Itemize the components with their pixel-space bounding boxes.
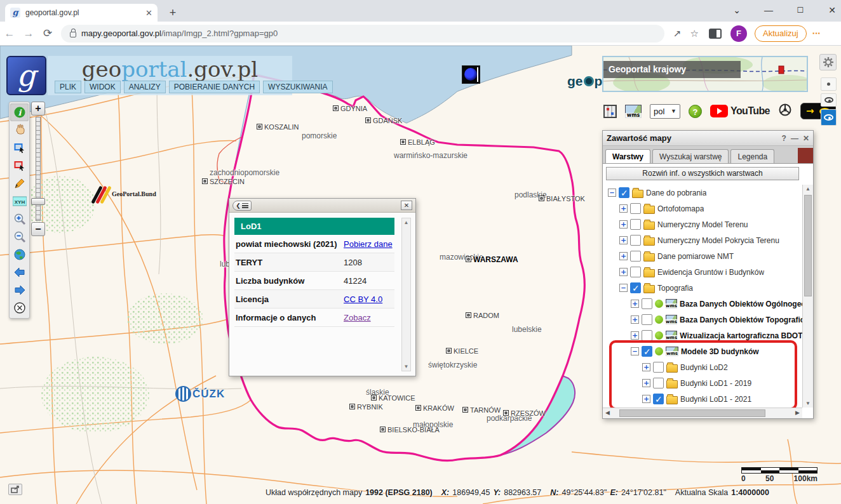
panel-close-icon[interactable]: ✕ — [803, 134, 809, 143]
zoom-track[interactable] — [36, 117, 41, 221]
zoom-handle[interactable] — [31, 198, 45, 205]
expand-icon[interactable] — [619, 268, 628, 276]
tab-search-icon[interactable]: ⌄ — [724, 0, 750, 20]
layer-checkbox[interactable] — [642, 298, 652, 309]
overview-map[interactable]: Geoportal krajowy — [602, 56, 808, 92]
panel-help-icon[interactable]: ? — [782, 134, 786, 143]
layer-checkbox[interactable] — [619, 187, 629, 198]
layer-checkbox[interactable] — [642, 346, 652, 357]
expand-all-layers-button[interactable]: Rozwiń inf. o wszystkich warstwach — [606, 167, 799, 180]
layer-checkbox[interactable] — [642, 330, 652, 341]
expand-icon[interactable] — [631, 315, 639, 324]
layer-checkbox[interactable] — [653, 394, 664, 404]
popup-close-icon[interactable]: ✕ — [401, 201, 412, 210]
download-data-link[interactable]: Pobierz dane — [344, 239, 393, 249]
layer-label[interactable]: Ortofotomapa — [657, 204, 704, 213]
layer-checkbox[interactable] — [653, 378, 664, 388]
geoportal-logo[interactable]: g — [6, 56, 46, 95]
layer-label[interactable]: Baza Danych Obiektów Topograficzny — [680, 315, 802, 324]
new-tab-button[interactable]: + — [165, 5, 180, 20]
minimize-map-widget[interactable] — [8, 484, 22, 495]
menu-wyszukiwania[interactable]: WYSZUKIWANIA — [263, 81, 333, 93]
clear-selection-tool[interactable] — [10, 299, 29, 317]
layer-label[interactable]: Dane do pobrania — [646, 189, 706, 197]
layer-label[interactable]: Budynki LoD1 - 2019 — [680, 379, 751, 388]
zoom-out-button[interactable]: − — [31, 222, 45, 236]
layer-checkbox[interactable] — [642, 314, 652, 325]
xyh-coordinates-tool[interactable]: XYH — [10, 192, 29, 210]
profile-avatar[interactable]: F — [730, 25, 747, 42]
expand-icon[interactable] — [631, 300, 639, 308]
layer-checkbox[interactable] — [630, 235, 641, 246]
next-view-tool[interactable] — [10, 281, 29, 299]
full-extent-globe-tool[interactable] — [10, 246, 29, 263]
reload-icon[interactable]: ⟳ — [38, 27, 57, 40]
map-composition-icon[interactable] — [603, 105, 617, 118]
layer-label[interactable]: Budynki LoD2 — [680, 363, 728, 372]
tab-warstwy[interactable]: Warstwy — [605, 149, 650, 163]
panel-horizontal-scrollbar[interactable]: ◀▶ — [603, 408, 802, 418]
layer-checkbox[interactable] — [630, 251, 641, 262]
expand-icon[interactable] — [619, 220, 628, 229]
menu-pobieranie-danych[interactable]: POBIERANIE DANYCH — [169, 81, 260, 93]
active-eye-button[interactable] — [821, 109, 837, 126]
previous-view-tool[interactable] — [10, 263, 29, 281]
expand-icon[interactable] — [619, 252, 628, 260]
layer-label[interactable]: Ewidencja Gruntów i Budynków — [657, 268, 764, 277]
layer-label[interactable]: Wizualizacja kartograficzna BDOT10k — [680, 331, 802, 340]
layer-label[interactable]: Numeryczny Model Terenu — [657, 220, 748, 229]
layer-checkbox[interactable] — [630, 267, 641, 277]
opacity-dot-button[interactable] — [821, 77, 837, 91]
language-select[interactable]: pol▼ — [650, 104, 680, 119]
layer-label[interactable]: Modele 3D budynków — [681, 347, 759, 356]
accessibility-wheel-icon[interactable] — [778, 103, 792, 119]
identify-tool[interactable]: i — [10, 103, 29, 121]
minimize-button[interactable]: — — [756, 0, 781, 20]
expand-icon[interactable] — [642, 363, 650, 371]
menu-widok[interactable]: WIDOK — [84, 81, 121, 93]
panel-minimize-icon[interactable]: — — [791, 134, 798, 143]
popup-scrollbar[interactable]: ▲ ▼ — [401, 218, 411, 371]
pan-hand-tool[interactable] — [10, 121, 29, 139]
zoom-in-tool[interactable] — [10, 210, 29, 228]
layer-checkbox[interactable] — [630, 219, 641, 230]
expand-icon[interactable] — [619, 204, 628, 213]
browser-tab[interactable]: g geoportal.gov.pl ✕ — [5, 4, 158, 22]
help-icon[interactable]: ? — [689, 105, 702, 118]
panel-vertical-scrollbar[interactable]: ▲▼ — [802, 185, 813, 408]
zoom-in-button[interactable]: + — [31, 102, 45, 116]
expand-icon[interactable] — [619, 236, 628, 244]
share-icon[interactable]: ↗ — [673, 28, 682, 39]
browser-menu-icon[interactable]: ⋮ — [812, 29, 821, 37]
layer-checkbox[interactable] — [630, 282, 641, 293]
tab-wyszukaj-warstwe[interactable]: Wyszukaj warstwę — [652, 149, 729, 163]
tab-legenda[interactable]: Legenda — [730, 149, 774, 163]
draw-pencil-tool[interactable] — [10, 175, 29, 192]
menu-plik[interactable]: PLIK — [55, 81, 81, 93]
data-info-link[interactable]: Zobacz — [344, 313, 371, 322]
tab-close-icon[interactable]: ✕ — [145, 8, 152, 18]
maximize-button[interactable]: ☐ — [788, 0, 813, 20]
close-window-button[interactable]: ✕ — [819, 0, 841, 20]
address-bar[interactable]: mapy.geoportal.gov.pl/imap/Imgp_2.html?g… — [61, 25, 664, 43]
wms-services-icon[interactable] — [625, 105, 642, 118]
layer-checkbox[interactable] — [630, 203, 641, 214]
expand-icon[interactable] — [631, 331, 639, 340]
forward-icon[interactable]: → — [19, 27, 38, 40]
menu-analizy[interactable]: ANALIZY — [124, 81, 166, 93]
bookmark-star-icon[interactable]: ☆ — [690, 28, 699, 39]
settings-gear-button[interactable] — [819, 54, 837, 70]
youtube-link[interactable]: YouTube — [710, 105, 770, 117]
layer-label[interactable]: Budynki LoD1 - 2021 — [680, 395, 751, 404]
select-rectangle-tool[interactable] — [10, 139, 29, 157]
update-chrome-button[interactable]: Aktualizuj — [755, 25, 807, 42]
back-icon[interactable]: ← — [0, 27, 19, 40]
map-viewport[interactable]: pomorskie warmińsko-mazurskie zachodniop… — [0, 46, 841, 504]
layer-label[interactable]: Topografia — [657, 284, 693, 293]
results-list-icon[interactable]: ❮ — [232, 201, 252, 211]
layer-checkbox[interactable] — [653, 362, 664, 373]
license-link[interactable]: CC BY 4.0 — [344, 295, 382, 304]
deselect-rectangle-tool[interactable] — [10, 157, 29, 175]
collapse-icon[interactable] — [608, 189, 616, 197]
side-panel-icon[interactable] — [709, 29, 722, 39]
